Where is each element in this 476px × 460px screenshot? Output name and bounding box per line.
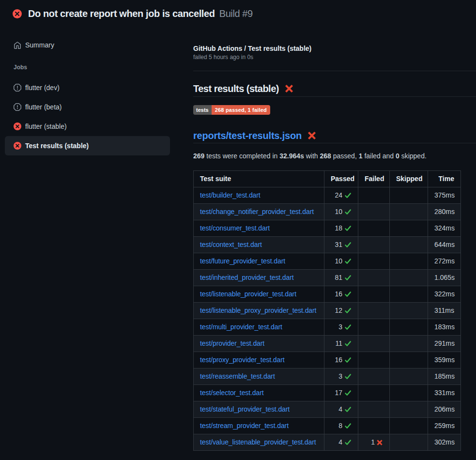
x-circle-fill-icon — [14, 142, 21, 150]
x-emoji-icon — [284, 84, 294, 93]
time-cell: 1.065s — [428, 270, 461, 286]
run-title: Do not create report when job is cancell… — [28, 8, 215, 19]
summary-segment: 269 — [193, 152, 204, 160]
check-icon — [344, 389, 352, 397]
passed-cell: 10 — [324, 204, 358, 220]
time-cell: 280ms — [428, 204, 461, 220]
report-title: reports/test-results.json — [193, 130, 476, 143]
table-row: test/proxy_provider_test.dart16359ms — [194, 352, 461, 368]
passed-count: 10 — [335, 257, 342, 265]
suite-link[interactable]: test/selector_test.dart — [200, 389, 264, 397]
suite-link[interactable]: test/inherited_provider_test.dart — [200, 274, 294, 281]
failed-cell — [358, 319, 390, 336]
sidebar-item-summary[interactable]: Summary — [5, 38, 170, 52]
time-cell: 302ms — [428, 434, 461, 451]
passed-count: 8 — [338, 422, 342, 429]
failed-cell — [358, 303, 390, 319]
passed-cell: 11 — [324, 336, 358, 352]
failed-cell — [358, 253, 390, 270]
suite-link[interactable]: test/stream_provider_test.dart — [200, 422, 289, 429]
suite-link[interactable]: test/future_provider_test.dart — [200, 257, 285, 265]
failed-cell — [358, 286, 390, 303]
passed-count: 3 — [338, 372, 342, 380]
table-row: test/inherited_provider_test.dart811.065… — [194, 270, 461, 286]
failed-cell — [358, 204, 390, 220]
passed-cell: 17 — [324, 385, 358, 401]
skipped-cell — [390, 270, 428, 286]
passed-count: 4 — [338, 405, 342, 413]
time-cell: 291ms — [428, 336, 461, 352]
suite-link[interactable]: test/value_listenable_provider_test.dart — [200, 438, 316, 446]
suite-cell: test/selector_test.dart — [194, 385, 324, 401]
failed-cell — [358, 368, 390, 385]
check-icon — [344, 356, 352, 364]
skipped-cell — [390, 352, 428, 368]
stop-icon — [14, 103, 21, 111]
summary-segment: 0 — [396, 152, 399, 160]
table-row: test/listenable_provider_test.dart16322m… — [194, 286, 461, 303]
failed-cell — [358, 352, 390, 368]
suite-link[interactable]: test/listenable_proxy_provider_test.dart — [200, 307, 316, 314]
skipped-cell — [390, 253, 428, 270]
suite-link[interactable]: test/stateful_provider_test.dart — [200, 405, 290, 413]
skipped-cell — [390, 336, 428, 352]
table-row: test/multi_provider_test.dart3183ms — [194, 319, 461, 336]
passed-cell: 12 — [324, 303, 358, 319]
check-icon — [344, 208, 352, 215]
suite-link[interactable]: test/listenable_provider_test.dart — [200, 290, 296, 298]
summary-segment: 1 — [359, 152, 363, 160]
report-link[interactable]: reports/test-results.json — [193, 130, 302, 141]
check-icon — [344, 225, 352, 232]
sidebar-job-item[interactable]: flutter (dev) — [5, 78, 170, 97]
check-icon — [344, 291, 352, 298]
sidebar-job-item[interactable]: Test results (stable) — [5, 136, 170, 155]
suite-link[interactable]: test/consumer_test.dart — [200, 224, 270, 232]
skipped-cell — [390, 237, 428, 253]
check-icon — [344, 323, 352, 331]
skipped-cell — [390, 319, 428, 336]
jobs-list: flutter (dev)flutter (beta)flutter (stab… — [5, 78, 170, 155]
passed-count: 3 — [338, 323, 342, 331]
time-cell: 259ms — [428, 418, 461, 434]
suite-cell: test/stream_provider_test.dart — [194, 418, 324, 434]
suite-link[interactable]: test/provider_test.dart — [200, 339, 264, 347]
suite-link[interactable]: test/reassemble_test.dart — [200, 372, 275, 380]
table-row: test/context_test.dart31644ms — [194, 237, 461, 253]
check-icon — [344, 258, 352, 265]
suite-link[interactable]: test/builder_test.dart — [200, 191, 261, 199]
passed-count: 24 — [335, 191, 342, 199]
check-icon — [344, 241, 352, 248]
skipped-cell — [390, 434, 428, 451]
passed-cell: 3 — [324, 319, 358, 336]
table-row: test/reassemble_test.dart3185ms — [194, 368, 461, 385]
skipped-cell — [390, 418, 428, 434]
failed-cell — [358, 418, 390, 434]
time-cell: 644ms — [428, 237, 461, 253]
summary-segment: 32.964s — [279, 152, 304, 160]
suite-link[interactable]: test/change_notifier_provider_test.dart — [200, 208, 314, 215]
jobs-section-label: Jobs — [14, 63, 27, 72]
passed-cell: 24 — [324, 187, 358, 204]
passed-cell: 18 — [324, 220, 358, 237]
passed-cell: 4 — [324, 434, 358, 451]
sidebar-job-item[interactable]: flutter (stable) — [5, 117, 170, 136]
x-circle-fill-icon — [13, 9, 22, 18]
table-row: test/listenable_proxy_provider_test.dart… — [194, 303, 461, 319]
suite-cell: test/stateful_provider_test.dart — [194, 401, 324, 418]
section-title-text: Test results (stable) — [193, 83, 279, 94]
suite-cell: test/context_test.dart — [194, 237, 324, 253]
check-icon — [344, 373, 352, 380]
column-header: Passed — [324, 171, 358, 187]
badge-label: tests — [193, 105, 212, 115]
suite-link[interactable]: test/multi_provider_test.dart — [200, 323, 282, 331]
suite-link[interactable]: test/proxy_provider_test.dart — [200, 356, 285, 364]
passed-count: 12 — [335, 307, 342, 314]
suite-link[interactable]: test/context_test.dart — [200, 241, 262, 248]
sidebar-job-item[interactable]: flutter (beta) — [5, 97, 170, 117]
home-icon — [14, 42, 21, 49]
check-icon — [344, 340, 352, 347]
breadcrumb: GitHub Actions / Test results (stable) — [193, 44, 476, 54]
x-circle-fill-icon — [13, 9, 22, 18]
stop-icon — [14, 84, 21, 92]
suite-cell: test/change_notifier_provider_test.dart — [194, 204, 324, 220]
